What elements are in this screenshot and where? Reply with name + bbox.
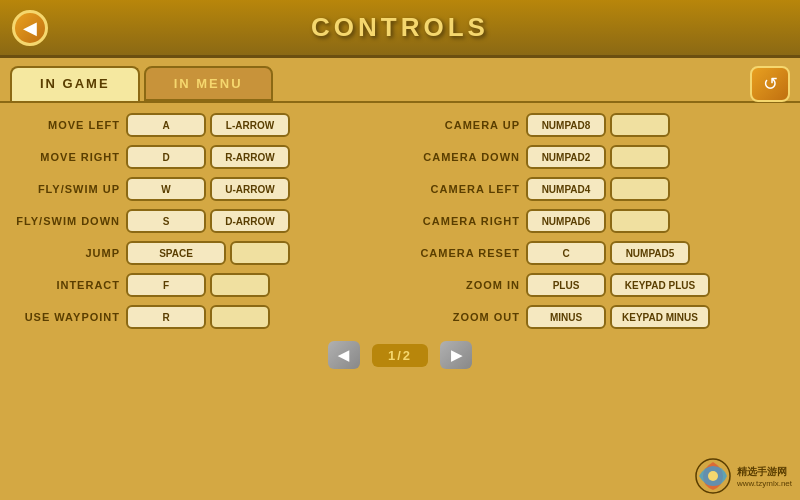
key-move-right-2[interactable]: R-ARROW	[210, 145, 290, 169]
prev-page-button[interactable]: ◀	[328, 341, 360, 369]
key-camera-left-2[interactable]	[610, 177, 670, 201]
right-controls: CAMERA UP NUMPAD8 CAMERA DOWN NUMPAD2 CA…	[410, 109, 790, 333]
control-camera-right: CAMERA RIGHT NUMPAD6	[410, 205, 790, 237]
control-fly-swim-down: FLY/SWIM DOWN S D-ARROW	[10, 205, 390, 237]
controls-area: MOVE LEFT A L-ARROW MOVE RIGHT D R-ARROW…	[0, 101, 800, 381]
watermark-logo-icon	[695, 458, 731, 494]
key-camera-up-1[interactable]: NUMPAD8	[526, 113, 606, 137]
page-indicator: 1/2	[372, 344, 428, 367]
control-fly-swim-up: FLY/SWIM UP W U-ARROW	[10, 173, 390, 205]
label-move-right: MOVE RIGHT	[10, 151, 120, 163]
back-icon: ◀	[23, 17, 37, 39]
pagination: ◀ 1/2 ▶	[10, 333, 790, 375]
key-interact-1[interactable]: F	[126, 273, 206, 297]
key-camera-down-1[interactable]: NUMPAD2	[526, 145, 606, 169]
key-move-left-2[interactable]: L-ARROW	[210, 113, 290, 137]
key-move-left-1[interactable]: A	[126, 113, 206, 137]
key-fly-swim-down-1[interactable]: S	[126, 209, 206, 233]
label-fly-swim-up: FLY/SWIM UP	[10, 183, 120, 195]
key-zoom-in-1[interactable]: PLUS	[526, 273, 606, 297]
label-use-waypoint: USE WAYPOINT	[10, 311, 120, 323]
key-move-right-1[interactable]: D	[126, 145, 206, 169]
watermark: 精选手游网 www.tzymlx.net	[695, 458, 792, 494]
tab-bar: IN GAME IN MENU ↺	[0, 58, 800, 101]
key-camera-up-2[interactable]	[610, 113, 670, 137]
key-use-waypoint-1[interactable]: R	[126, 305, 206, 329]
label-move-left: MOVE LEFT	[10, 119, 120, 131]
label-zoom-in: ZOOM IN	[410, 279, 520, 291]
key-camera-right-1[interactable]: NUMPAD6	[526, 209, 606, 233]
key-zoom-out-2[interactable]: KEYPAD MINUS	[610, 305, 710, 329]
key-jump-1[interactable]: SPACE	[126, 241, 226, 265]
control-zoom-in: ZOOM IN PLUS KEYPAD PLUS	[410, 269, 790, 301]
left-controls: MOVE LEFT A L-ARROW MOVE RIGHT D R-ARROW…	[10, 109, 390, 333]
control-move-left: MOVE LEFT A L-ARROW	[10, 109, 390, 141]
watermark-url: www.tzymlx.net	[737, 479, 792, 488]
control-interact: INTERACT F	[10, 269, 390, 301]
label-camera-left: CAMERA LEFT	[410, 183, 520, 195]
control-camera-down: CAMERA DOWN NUMPAD2	[410, 141, 790, 173]
key-use-waypoint-2[interactable]	[210, 305, 270, 329]
key-fly-swim-up-1[interactable]: W	[126, 177, 206, 201]
key-jump-2[interactable]	[230, 241, 290, 265]
watermark-site: 精选手游网	[737, 465, 792, 479]
label-zoom-out: ZOOM OUT	[410, 311, 520, 323]
key-zoom-in-2[interactable]: KEYPAD PLUS	[610, 273, 710, 297]
reset-button[interactable]: ↺	[750, 66, 790, 102]
main-content: IN GAME IN MENU ↺ MOVE LEFT A L-ARROW MO…	[0, 58, 800, 500]
controls-grid: MOVE LEFT A L-ARROW MOVE RIGHT D R-ARROW…	[10, 109, 790, 333]
label-jump: JUMP	[10, 247, 120, 259]
prev-icon: ◀	[338, 347, 349, 363]
page-title: CONTROLS	[311, 12, 489, 43]
header: ◀ CONTROLS	[0, 0, 800, 58]
key-camera-left-1[interactable]: NUMPAD4	[526, 177, 606, 201]
key-interact-2[interactable]	[210, 273, 270, 297]
label-fly-swim-down: FLY/SWIM DOWN	[10, 215, 120, 227]
tab-in-game[interactable]: IN GAME	[10, 66, 140, 101]
label-camera-up: CAMERA UP	[410, 119, 520, 131]
control-camera-up: CAMERA UP NUMPAD8	[410, 109, 790, 141]
label-camera-reset: CAMERA RESET	[410, 247, 520, 259]
svg-point-1	[708, 471, 718, 481]
control-move-right: MOVE RIGHT D R-ARROW	[10, 141, 390, 173]
reset-icon: ↺	[763, 73, 778, 95]
key-fly-swim-down-2[interactable]: D-ARROW	[210, 209, 290, 233]
next-icon: ▶	[451, 347, 462, 363]
key-camera-right-2[interactable]	[610, 209, 670, 233]
key-camera-reset-1[interactable]: C	[526, 241, 606, 265]
next-page-button[interactable]: ▶	[440, 341, 472, 369]
tab-in-menu[interactable]: IN MENU	[144, 66, 273, 101]
key-camera-down-2[interactable]	[610, 145, 670, 169]
label-camera-down: CAMERA DOWN	[410, 151, 520, 163]
label-interact: INTERACT	[10, 279, 120, 291]
control-use-waypoint: USE WAYPOINT R	[10, 301, 390, 333]
back-button[interactable]: ◀	[12, 10, 48, 46]
key-fly-swim-up-2[interactable]: U-ARROW	[210, 177, 290, 201]
label-camera-right: CAMERA RIGHT	[410, 215, 520, 227]
key-zoom-out-1[interactable]: MINUS	[526, 305, 606, 329]
key-camera-reset-2[interactable]: NUMPAD5	[610, 241, 690, 265]
control-camera-reset: CAMERA RESET C NUMPAD5	[410, 237, 790, 269]
control-camera-left: CAMERA LEFT NUMPAD4	[410, 173, 790, 205]
control-jump: JUMP SPACE	[10, 237, 390, 269]
control-zoom-out: ZOOM OUT MINUS KEYPAD MINUS	[410, 301, 790, 333]
